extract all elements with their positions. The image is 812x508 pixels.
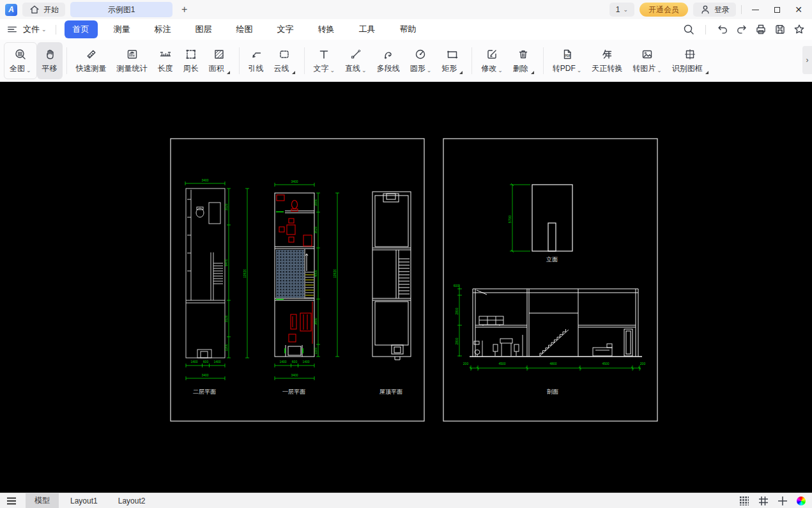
maximize-button[interactable] (769, 3, 785, 17)
plan-a-title: 二层平面 (193, 389, 216, 395)
tool-quick-measure[interactable]: 快速测量 (71, 42, 112, 79)
sheet-list-icon[interactable] (6, 497, 17, 505)
toolbar: 全图⌄ 平移 快速测量 测量统计 长度 (0, 40, 812, 82)
grid-display-icon[interactable] (758, 496, 769, 506)
chevron-down-icon: ⌄ (362, 67, 367, 74)
crosshair-icon[interactable] (778, 496, 788, 506)
tab-text[interactable]: 文字 (269, 20, 302, 38)
tab-convert[interactable]: 转换 (310, 20, 343, 38)
maximize-icon (774, 7, 780, 13)
image-icon (641, 48, 654, 61)
flyout-corner-icon (705, 71, 709, 74)
flyout-corner-icon (227, 71, 230, 74)
tool-perimeter[interactable]: 周长 (178, 42, 204, 79)
dim-label: 1100 (314, 347, 318, 354)
chevron-down-icon: ⌄ (26, 67, 31, 74)
chevron-down-icon: ⌄ (577, 67, 582, 74)
cad-drawing: 3400 1400 600 1400 3400 3120 6470 3120 1… (0, 82, 812, 493)
home-button[interactable]: 开始 (22, 3, 65, 17)
text-icon (318, 48, 330, 61)
tool-tianzheng-convert[interactable]: 天正转换 (586, 42, 627, 79)
snap-grid-icon[interactable] (739, 496, 749, 506)
pan-hand-icon (43, 48, 56, 61)
window-count-select[interactable]: 1 ⌄ (609, 3, 634, 17)
tab-measure[interactable]: 测量 (105, 20, 139, 38)
tool-label: 全图 (10, 63, 25, 74)
toolbar-expand-button[interactable]: › (802, 46, 812, 74)
elevation-dim-label: 5700 (508, 215, 512, 223)
fit-view-icon (14, 48, 27, 61)
drawing-canvas[interactable]: 3400 1400 600 1400 3400 3120 6470 3120 1… (0, 82, 812, 493)
star-icon[interactable] (793, 23, 806, 36)
elevation-drawing (532, 185, 572, 251)
tool-label: 云线 (274, 63, 289, 74)
sheet-tab-model[interactable]: 模型 (26, 493, 59, 508)
tool-label: 面积 (209, 63, 224, 74)
dim-label: 1400 (279, 360, 286, 364)
tab-tools[interactable]: 工具 (351, 20, 384, 38)
close-button[interactable]: ✕ (790, 3, 807, 17)
tool-to-image[interactable]: 转图片⌄ (627, 42, 667, 79)
print-icon[interactable] (755, 23, 767, 36)
save-icon[interactable] (774, 23, 786, 36)
tab-home[interactable]: 首页 (65, 20, 98, 38)
sheet-tab-layout1[interactable]: Layout1 (61, 495, 107, 507)
tool-to-pdf[interactable]: PDF 转PDF⌄ (548, 42, 587, 79)
dim-label: 4500 (602, 362, 609, 366)
chevron-down-icon: ⌄ (657, 67, 662, 74)
tab-draw[interactable]: 绘图 (228, 20, 261, 38)
new-tab-button[interactable]: + (178, 4, 191, 15)
dim-label: 1400 (190, 360, 197, 364)
tab-layers[interactable]: 图层 (187, 20, 220, 38)
toolbar-divider (66, 47, 67, 74)
tool-label: 天正转换 (592, 63, 622, 74)
tool-modify[interactable]: 修改⌄ (476, 42, 508, 79)
tool-revision-cloud[interactable]: 云线 (269, 42, 300, 79)
statusbar: 模型 Layout1 Layout2 (0, 493, 812, 508)
dim-label: 200 (640, 362, 646, 366)
main-menu-icon[interactable] (6, 24, 18, 35)
line-icon (349, 48, 362, 61)
dim-label: 4800 (549, 362, 556, 366)
dim-label: 200 (463, 362, 469, 366)
file-menu[interactable]: 文件 ⌄ (19, 24, 50, 35)
toolbar-divider (471, 47, 472, 74)
tool-delete[interactable]: 删除 (508, 42, 539, 79)
tool-label: 转PDF (553, 63, 576, 74)
tool-circle[interactable]: 圆形⌄ (405, 42, 437, 79)
dim-label: 1650 (314, 199, 318, 206)
tool-line[interactable]: 直线⌄ (340, 42, 372, 79)
tool-measure-stats[interactable]: 测量统计 (112, 42, 153, 79)
toolbar-divider (304, 47, 305, 74)
undo-icon[interactable] (716, 23, 729, 36)
tool-pan[interactable]: 平移 (37, 42, 63, 79)
toolbar-divider (239, 47, 240, 74)
tool-fit-view[interactable]: 全图⌄ (4, 42, 37, 79)
plan-b-title: 一层平面 (282, 389, 305, 395)
tab-help[interactable]: 帮助 (392, 20, 425, 38)
document-tab[interactable]: 示例图1 (70, 2, 172, 17)
tianzheng-icon (601, 48, 613, 61)
search-icon[interactable] (682, 23, 695, 36)
dim-label: 600 (203, 360, 209, 364)
tab-annotate[interactable]: 标注 (146, 20, 180, 38)
chevron-down-icon: ⌄ (498, 67, 503, 74)
login-button[interactable]: 登录 (693, 3, 736, 17)
modify-icon (486, 48, 498, 61)
login-label: 登录 (714, 4, 730, 15)
sheet-tab-layout2[interactable]: Layout2 (109, 495, 155, 507)
minimize-button[interactable] (747, 3, 763, 17)
tool-polyline[interactable]: 多段线 (372, 42, 405, 79)
tool-frame-detect[interactable]: 识别图框 (667, 42, 714, 79)
tool-rectangle[interactable]: 矩形 (436, 42, 468, 79)
menubar-divider (56, 25, 56, 35)
tool-leader[interactable]: 引线 (243, 42, 269, 79)
vip-upgrade-button[interactable]: 开通会员 (640, 3, 688, 17)
tool-text[interactable]: 文字⌄ (309, 42, 341, 79)
tool-length[interactable]: 长度 (153, 42, 178, 79)
cad-viewer-window: A 开始 示例图1 + 1 ⌄ 开通会员 登录 ✕ (0, 0, 812, 508)
redo-icon[interactable] (735, 23, 748, 36)
color-wheel-icon[interactable] (797, 496, 806, 505)
tool-area[interactable]: 面积 (204, 42, 235, 79)
tool-label: 文字 (314, 63, 329, 74)
